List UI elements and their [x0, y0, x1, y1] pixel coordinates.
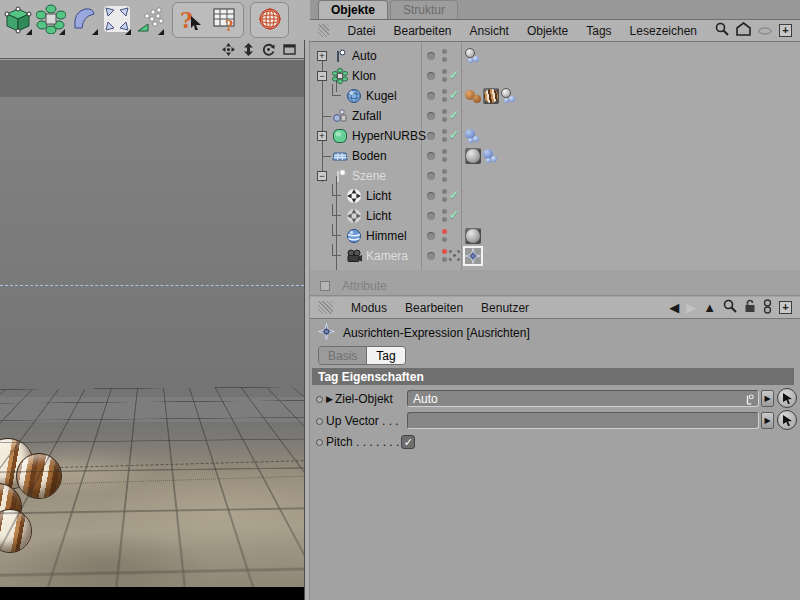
expand-icon[interactable]: + [317, 51, 327, 61]
panel-box-icon[interactable] [320, 281, 330, 291]
disclosure-triangle-icon[interactable]: ▶ [326, 394, 333, 404]
back-icon[interactable]: ◀ [669, 300, 679, 315]
menu-modus[interactable]: Modus [351, 301, 387, 315]
object-label[interactable]: Kugel [366, 89, 397, 103]
expand-icon[interactable]: + [317, 131, 327, 141]
object-label[interactable]: Boden [352, 149, 387, 163]
object-row-kamera[interactable]: Kamera [310, 246, 800, 266]
search-icon[interactable] [715, 22, 729, 39]
menu-tags[interactable]: Tags [586, 24, 611, 38]
keyframe-circle-icon[interactable] [316, 439, 323, 446]
object-label[interactable]: Zufall [352, 109, 381, 123]
menu-datei[interactable]: Datei [347, 24, 375, 38]
eye-icon[interactable] [758, 24, 772, 38]
3d-viewport[interactable] [0, 60, 304, 587]
material-tag-gray[interactable] [465, 228, 481, 244]
target-expression-tag-selected[interactable] [465, 248, 481, 264]
layer-dot[interactable] [427, 172, 435, 180]
menu-bearbeiten-attr[interactable]: Bearbeiten [405, 301, 463, 315]
striped-sphere[interactable] [16, 453, 62, 499]
object-row-zufall[interactable]: Zufall ✓ [310, 106, 800, 126]
object-row-boden[interactable]: Boden [310, 146, 800, 166]
enabled-check-icon[interactable]: ✓ [449, 208, 459, 222]
layer-dot[interactable] [427, 192, 435, 200]
drag-grip-icon[interactable] [318, 24, 329, 37]
emitter-tool-button[interactable] [133, 3, 166, 37]
up-vector-field[interactable] [407, 412, 759, 429]
keyframe-circle-icon[interactable] [316, 396, 323, 403]
enabled-check-icon[interactable]: ✓ [449, 188, 459, 202]
keyframe-circle-icon[interactable] [316, 418, 323, 425]
menu-objekte[interactable]: Objekte [527, 24, 568, 38]
object-label[interactable]: Licht [366, 189, 391, 203]
layer-dot[interactable] [427, 92, 435, 100]
layer-dot[interactable] [427, 72, 435, 80]
enabled-check-icon[interactable]: ✓ [449, 108, 459, 122]
tab-basis[interactable]: Basis [319, 347, 367, 364]
rotate-icon[interactable] [262, 43, 275, 56]
tab-objekte[interactable]: Objekte [318, 0, 388, 19]
ziel-objekt-field[interactable]: Auto [407, 390, 759, 407]
search-icon[interactable] [723, 299, 737, 316]
object-row-himmel[interactable]: Himmel [310, 226, 800, 246]
history-icon[interactable] [763, 299, 772, 317]
globe-button[interactable] [253, 3, 286, 37]
up-icon[interactable]: ▲ [703, 300, 716, 315]
target-expression-tag[interactable] [501, 88, 517, 104]
menu-ansicht[interactable]: Ansicht [470, 24, 509, 38]
object-row-hypernurbs[interactable]: + HyperNURBS ✓ [310, 126, 800, 146]
material-tag-dark[interactable] [483, 88, 499, 104]
menu-bearbeiten[interactable]: Bearbeiten [393, 24, 451, 38]
help-button[interactable]: ? [175, 3, 208, 37]
tab-tag[interactable]: Tag [367, 347, 404, 364]
object-label[interactable]: HyperNURBS [352, 129, 426, 143]
camera-active-toggle-icon[interactable] [449, 250, 460, 261]
field-menu-button[interactable]: ▶ [761, 390, 774, 407]
material-tag-gray[interactable] [465, 148, 481, 164]
tab-struktur[interactable]: Struktur [390, 0, 458, 19]
array-tool-button[interactable] [34, 3, 67, 37]
section-header-tag-eigenschaften[interactable]: Tag Eigenschaften [312, 368, 794, 385]
layer-dot[interactable] [427, 232, 435, 240]
pan-icon[interactable] [222, 43, 235, 56]
home-icon[interactable] [736, 22, 751, 39]
phong-tag[interactable] [465, 128, 481, 144]
target-expression-tag[interactable] [465, 48, 481, 64]
object-row-szene[interactable]: − Szene [310, 166, 800, 186]
object-row-licht-1[interactable]: Licht ✓ [310, 186, 800, 206]
enabled-check-icon[interactable]: ✓ [449, 68, 459, 82]
menu-lesezeichen[interactable]: Lesezeichen [630, 24, 697, 38]
layer-dot[interactable] [427, 52, 435, 60]
phong-tag[interactable] [483, 148, 499, 164]
object-row-licht-2[interactable]: Licht ✓ [310, 206, 800, 226]
object-label[interactable]: Himmel [366, 229, 407, 243]
add-panel-icon[interactable]: + [779, 301, 792, 314]
menu-benutzer[interactable]: Benutzer [481, 301, 529, 315]
object-row-auto[interactable]: + Auto [310, 46, 800, 66]
maximize-icon[interactable] [283, 44, 296, 55]
object-row-kugel[interactable]: Kugel ✓ [310, 86, 800, 106]
collapse-icon[interactable]: − [317, 171, 327, 181]
pick-object-button[interactable] [777, 388, 797, 408]
cube-tool-button[interactable] [1, 3, 34, 37]
layer-dot[interactable] [427, 252, 435, 260]
spline-tool-button[interactable] [67, 3, 100, 37]
layer-dot[interactable] [427, 132, 435, 140]
object-label[interactable]: Kamera [366, 249, 408, 263]
zoom-icon[interactable] [243, 43, 254, 56]
object-row-klon[interactable]: − Klon ✓ [310, 66, 800, 86]
layer-dot[interactable] [427, 212, 435, 220]
object-label[interactable]: Auto [352, 49, 377, 63]
object-label[interactable]: Licht [366, 209, 391, 223]
field-menu-button[interactable]: ▶ [761, 412, 774, 429]
object-label[interactable]: Szene [352, 169, 386, 183]
enabled-check-icon[interactable]: ✓ [449, 88, 459, 102]
ffd-arrows-tool-button[interactable] [100, 3, 133, 37]
lock-icon[interactable] [744, 299, 756, 316]
drag-grip-icon[interactable] [318, 301, 333, 314]
pick-object-button[interactable] [777, 410, 797, 430]
layer-dot[interactable] [427, 112, 435, 120]
object-label[interactable]: Klon [352, 69, 376, 83]
add-panel-icon[interactable]: + [779, 24, 792, 37]
layer-dot[interactable] [427, 152, 435, 160]
